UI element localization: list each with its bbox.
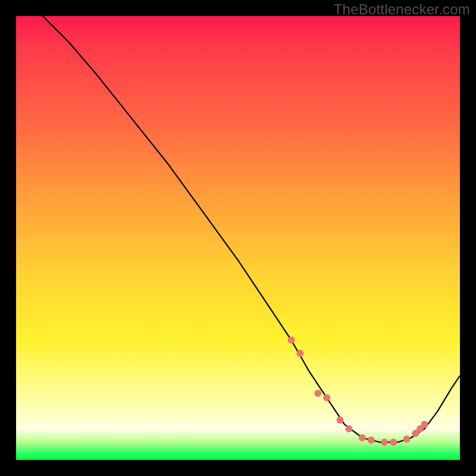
highlight-dot (337, 416, 344, 424)
plot-area (16, 16, 460, 460)
highlight-dot (296, 350, 303, 357)
highlight-dot (421, 421, 428, 428)
bottleneck-curve-path (43, 16, 460, 442)
highlight-dot (381, 439, 388, 446)
attribution-text: TheBottlenecker.com (334, 1, 470, 18)
highlight-dot (368, 436, 375, 443)
chart-frame: TheBottlenecker.com (0, 0, 476, 476)
highlight-dot (390, 439, 397, 446)
highlight-dot (359, 434, 366, 441)
highlight-dots (288, 337, 428, 446)
highlight-dot (314, 390, 321, 397)
highlight-dot (403, 436, 411, 443)
highlight-dot (346, 425, 353, 433)
highlight-dot (288, 337, 295, 344)
highlight-dot (323, 394, 330, 402)
curve-layer (16, 16, 460, 460)
